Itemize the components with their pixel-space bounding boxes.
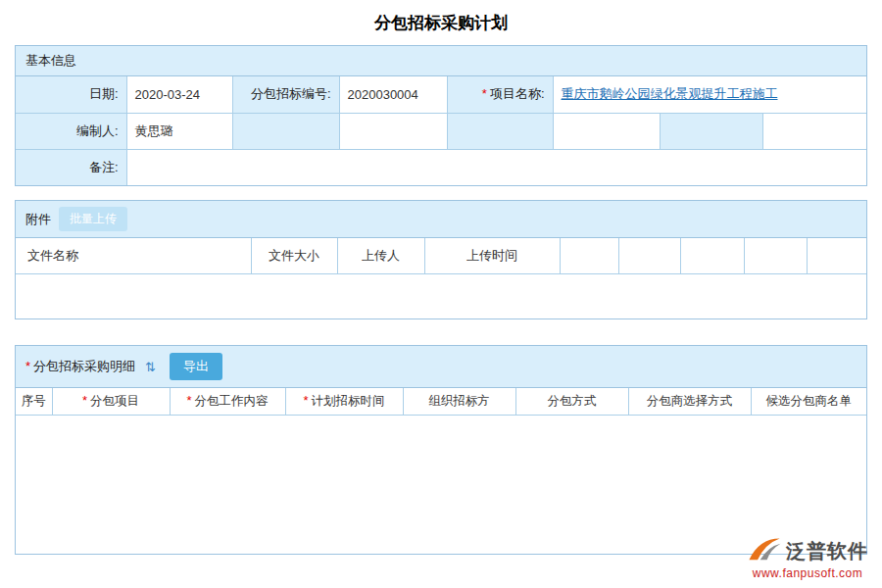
empty-cell — [447, 113, 553, 149]
basic-info-row-3: 备注: — [16, 149, 866, 185]
required-mark: * — [82, 393, 87, 408]
required-mark: * — [482, 86, 487, 101]
sort-icon[interactable]: ⇅ — [145, 360, 156, 374]
empty-cell — [762, 113, 866, 149]
empty-cell — [339, 113, 447, 149]
date-value: 2020-03-24 — [126, 76, 232, 113]
project-name-link[interactable]: 重庆市鹅岭公园绿化景观提升工程施工 — [562, 86, 778, 101]
export-button[interactable]: 导出 — [170, 353, 222, 380]
attachments-col-uploader: 上传人 — [337, 238, 424, 273]
details-empty-area — [16, 415, 866, 554]
details-col-selection-method: 分包商选择方式 — [628, 388, 751, 415]
details-col-label: 序号 — [22, 394, 46, 408]
page-title: 分包招标采购计划 — [0, 0, 882, 45]
details-col-label: 分包项目 — [90, 394, 139, 408]
attachments-table: 文件名称 文件大小 上传人 上传时间 — [16, 238, 866, 273]
empty-cell — [553, 113, 660, 149]
basic-info-header: 基本信息 — [16, 46, 866, 76]
attachments-empty-area — [16, 273, 866, 318]
attachments-title: 附件 — [25, 211, 51, 228]
attachments-section: 附件 批量上传 文件名称 文件大小 上传人 上传时间 — [15, 200, 867, 319]
author-value: 黄思璐 — [126, 113, 232, 149]
author-label: 编制人: — [16, 113, 126, 149]
page: 分包招标采购计划 基本信息 日期: 2020-03-24 分包招标编号: 202… — [0, 0, 882, 555]
attachments-col-empty — [618, 238, 680, 273]
bid-number-label: 分包招标编号: — [232, 76, 339, 113]
details-table: 序号 *分包项目 *分包工作内容 *计划招标时间 组织招标方 分包方式 分包商选… — [16, 388, 866, 415]
remark-value — [126, 149, 866, 185]
details-col-planned-bid-time: *计划招标时间 — [285, 388, 403, 415]
attachments-col-empty — [560, 238, 618, 273]
brand-website: www.fanpusoft.com — [747, 566, 868, 580]
required-mark: * — [303, 393, 308, 408]
attachments-header-row: 文件名称 文件大小 上传人 上传时间 — [16, 238, 866, 273]
required-mark: * — [186, 393, 191, 408]
empty-cell — [232, 113, 339, 149]
attachments-col-file-size: 文件大小 — [251, 238, 337, 273]
attachments-col-file-name: 文件名称 — [16, 238, 251, 273]
date-label: 日期: — [16, 76, 126, 113]
details-col-label: 组织招标方 — [428, 394, 490, 408]
details-header-row: 序号 *分包项目 *分包工作内容 *计划招标时间 组织招标方 分包方式 分包商选… — [16, 388, 866, 415]
details-header: *分包招标采购明细 ⇅ 导出 — [16, 346, 866, 388]
required-mark: * — [25, 359, 30, 373]
attachments-col-upload-time: 上传时间 — [424, 238, 560, 273]
details-col-label: 计划招标时间 — [312, 394, 385, 408]
project-name-label-text: 项目名称: — [490, 86, 545, 101]
attachments-header: 附件 批量上传 — [16, 201, 866, 238]
attachments-col-empty — [807, 238, 866, 273]
basic-info-table: 日期: 2020-03-24 分包招标编号: 2020030004 *项目名称:… — [16, 76, 866, 185]
attachments-col-empty — [680, 238, 744, 273]
details-col-seq: 序号 — [16, 388, 52, 415]
basic-info-row-2: 编制人: 黄思璐 — [16, 113, 866, 149]
details-col-label: 分包工作内容 — [195, 394, 269, 408]
details-col-candidate-list: 候选分包商名单 — [751, 388, 866, 415]
basic-info-title: 基本信息 — [25, 52, 76, 70]
brand-logo-row: 泛普软件 — [747, 536, 868, 565]
details-title-wrap: *分包招标采购明细 — [25, 358, 135, 375]
details-col-subcontract-item: *分包项目 — [52, 388, 170, 415]
fanpu-logo-icon — [747, 536, 782, 565]
brand-logo: 泛普软件 www.fanpusoft.com — [747, 536, 868, 580]
attachments-col-empty — [744, 238, 807, 273]
empty-cell — [660, 113, 762, 149]
details-col-work-content: *分包工作内容 — [170, 388, 285, 415]
details-col-subcontract-method: 分包方式 — [515, 388, 628, 415]
project-name-cell: 重庆市鹅岭公园绿化景观提升工程施工 — [553, 76, 866, 113]
details-title: 分包招标采购明细 — [33, 359, 135, 373]
basic-info-section: 基本信息 日期: 2020-03-24 分包招标编号: 2020030004 *… — [15, 45, 867, 186]
batch-upload-button[interactable]: 批量上传 — [59, 207, 127, 231]
details-col-label: 分包方式 — [548, 394, 597, 408]
basic-info-row-1: 日期: 2020-03-24 分包招标编号: 2020030004 *项目名称:… — [16, 76, 866, 113]
details-col-organizer: 组织招标方 — [403, 388, 515, 415]
remark-label: 备注: — [16, 149, 126, 185]
details-section: *分包招标采购明细 ⇅ 导出 序号 *分包项目 *分包工作内容 *计划招标时间 … — [15, 345, 867, 555]
details-col-label: 分包商选择方式 — [647, 394, 733, 408]
project-name-label: *项目名称: — [447, 76, 553, 113]
details-col-label: 候选分包商名单 — [766, 394, 853, 408]
brand-name: 泛普软件 — [786, 538, 868, 564]
bid-number-value: 2020030004 — [339, 76, 447, 113]
